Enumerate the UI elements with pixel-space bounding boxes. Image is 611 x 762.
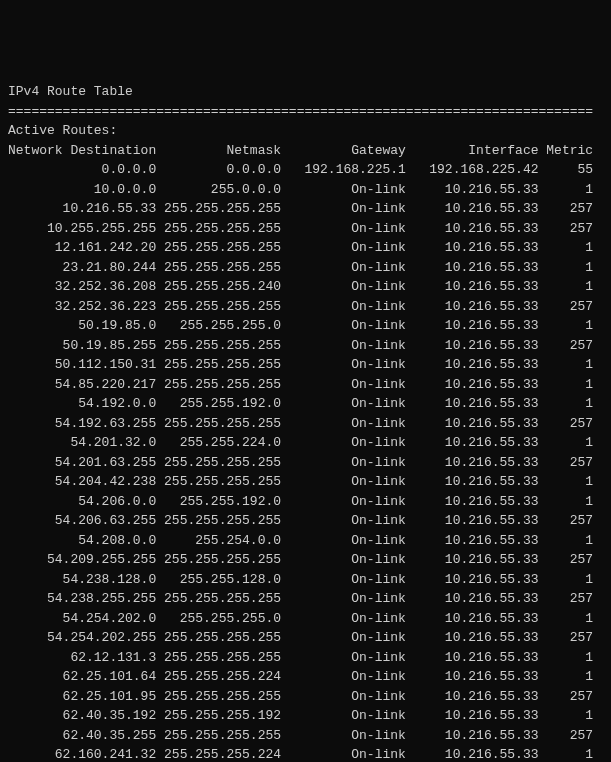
terminal-line: 54.192.63.255 255.255.255.255 On-link 10…	[8, 414, 603, 434]
terminal-line: 62.160.241.32 255.255.255.224 On-link 10…	[8, 745, 603, 762]
terminal-line: 54.238.128.0 255.255.128.0 On-link 10.21…	[8, 570, 603, 590]
terminal-line: 12.161.242.20 255.255.255.255 On-link 10…	[8, 238, 603, 258]
terminal-line: 50.19.85.0 255.255.255.0 On-link 10.216.…	[8, 316, 603, 336]
terminal-line: 50.19.85.255 255.255.255.255 On-link 10.…	[8, 336, 603, 356]
terminal-line: 54.201.32.0 255.255.224.0 On-link 10.216…	[8, 433, 603, 453]
terminal-line: 62.40.35.192 255.255.255.192 On-link 10.…	[8, 706, 603, 726]
terminal-line: 54.238.255.255 255.255.255.255 On-link 1…	[8, 589, 603, 609]
terminal-line: 0.0.0.0 0.0.0.0 192.168.225.1 192.168.22…	[8, 160, 603, 180]
terminal-line: 54.206.0.0 255.255.192.0 On-link 10.216.…	[8, 492, 603, 512]
terminal-line: 62.40.35.255 255.255.255.255 On-link 10.…	[8, 726, 603, 746]
terminal-line: 62.25.101.95 255.255.255.255 On-link 10.…	[8, 687, 603, 707]
terminal-line: 54.85.220.217 255.255.255.255 On-link 10…	[8, 375, 603, 395]
terminal-line: 54.254.202.0 255.255.255.0 On-link 10.21…	[8, 609, 603, 629]
terminal-line: 54.209.255.255 255.255.255.255 On-link 1…	[8, 550, 603, 570]
terminal-output: IPv4 Route Table========================…	[8, 82, 603, 762]
terminal-line: 32.252.36.223 255.255.255.255 On-link 10…	[8, 297, 603, 317]
terminal-line: 50.112.150.31 255.255.255.255 On-link 10…	[8, 355, 603, 375]
terminal-line: ========================================…	[8, 102, 603, 122]
terminal-line: 54.206.63.255 255.255.255.255 On-link 10…	[8, 511, 603, 531]
terminal-line: Network Destination Netmask Gateway Inte…	[8, 141, 603, 161]
terminal-line: 10.0.0.0 255.0.0.0 On-link 10.216.55.33 …	[8, 180, 603, 200]
terminal-line: 62.25.101.64 255.255.255.224 On-link 10.…	[8, 667, 603, 687]
terminal-line: 54.204.42.238 255.255.255.255 On-link 10…	[8, 472, 603, 492]
terminal-line: 23.21.80.244 255.255.255.255 On-link 10.…	[8, 258, 603, 278]
terminal-line: 54.254.202.255 255.255.255.255 On-link 1…	[8, 628, 603, 648]
terminal-line: IPv4 Route Table	[8, 82, 603, 102]
terminal-line: 54.201.63.255 255.255.255.255 On-link 10…	[8, 453, 603, 473]
terminal-line: 10.255.255.255 255.255.255.255 On-link 1…	[8, 219, 603, 239]
terminal-line: 10.216.55.33 255.255.255.255 On-link 10.…	[8, 199, 603, 219]
terminal-line: 54.208.0.0 255.254.0.0 On-link 10.216.55…	[8, 531, 603, 551]
terminal-line: Active Routes:	[8, 121, 603, 141]
terminal-line: 54.192.0.0 255.255.192.0 On-link 10.216.…	[8, 394, 603, 414]
terminal-line: 32.252.36.208 255.255.255.240 On-link 10…	[8, 277, 603, 297]
terminal-line: 62.12.131.3 255.255.255.255 On-link 10.2…	[8, 648, 603, 668]
